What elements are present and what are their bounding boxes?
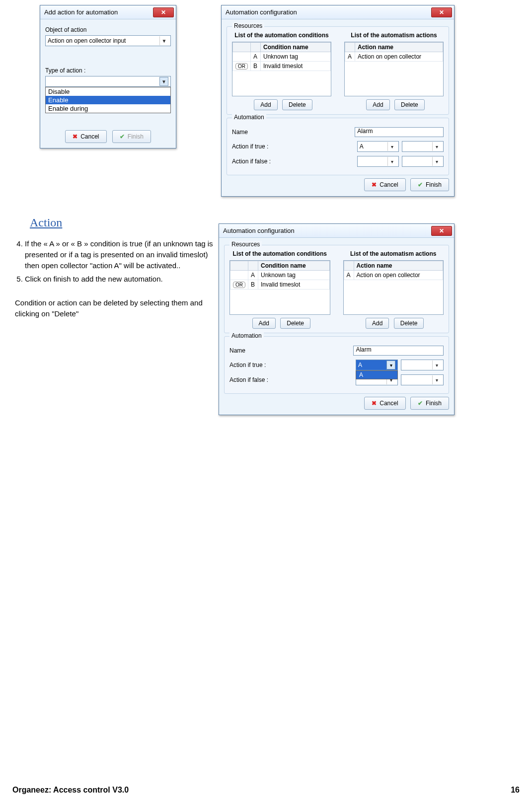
resources-legend: Resources (232, 22, 264, 29)
conditions-column: List of the automation conditions Condit… (232, 32, 331, 110)
automation-legend: Automation (232, 114, 266, 121)
table-row: ORBInvalid timeslot (233, 62, 331, 71)
titlebar: Automation configuration ✕ (222, 5, 454, 19)
window-title: Automation configuration (226, 8, 297, 16)
check-icon: ✔ (418, 400, 423, 407)
conditions-header: List of the automation conditions (232, 32, 331, 39)
table-row: AUnknown tag (233, 52, 331, 62)
cancel-button[interactable]: ✖Cancel (364, 397, 405, 410)
titlebar: Add action for automation ✕ (40, 5, 176, 19)
chevron-down-icon: ▾ (432, 361, 441, 369)
titlebar: Automation configuration ✕ (219, 224, 454, 238)
true-action-combo[interactable]: A▾ (357, 141, 399, 152)
page-number: 16 (511, 786, 520, 795)
true-action-dropdown[interactable]: A (356, 370, 398, 379)
object-combo[interactable]: Action on open collector input ▼ (45, 35, 171, 46)
chevron-down-icon: ▾ (432, 142, 441, 151)
dialog-add-action: Add action for automation ✕ Object of ac… (40, 5, 176, 148)
chevron-down-icon: ▼ (159, 36, 168, 45)
dialog-automation-config-1: Automation configuration ✕ Resources Lis… (221, 5, 455, 197)
add-action-button[interactable]: Add (366, 318, 389, 329)
add-action-button[interactable]: Add (366, 99, 389, 110)
finish-button[interactable]: ✔Finish (112, 130, 151, 143)
step-5: Click on finish to add the new automatio… (25, 274, 214, 285)
type-label: Type of action : (45, 67, 171, 74)
table-row: AUnknown tag (230, 271, 330, 280)
object-label: Object of action (45, 26, 171, 33)
actions-table[interactable]: Action name AAction on open collector (344, 42, 444, 96)
type-option-list[interactable]: Disable Enable Enable during (45, 87, 171, 113)
resources-legend: Resources (229, 241, 262, 248)
footer-left: Organeez: Access control V3.0 (12, 786, 129, 795)
false-action-combo-2[interactable]: ▾ (402, 156, 444, 167)
delete-condition-button[interactable]: Delete (280, 318, 310, 329)
chevron-down-icon: ▾ (387, 142, 396, 151)
or-pill: OR (235, 63, 248, 70)
dialog-automation-config-2: Automation configuration ✕ Resources Lis… (219, 223, 455, 415)
window-title: Automation configuration (223, 227, 295, 234)
false-action-combo[interactable]: ▾ (357, 156, 399, 167)
close-icon[interactable]: ✕ (431, 226, 452, 236)
x-icon: ✖ (372, 181, 377, 188)
true-action-combo-2[interactable]: ▾ (402, 141, 444, 152)
actions-table[interactable]: Action name AAction on open collector (343, 260, 444, 315)
chevron-down-icon: ▾ (432, 157, 441, 166)
table-row: AAction on open collector (344, 271, 443, 280)
true-action-combo-2[interactable]: ▾ (401, 360, 444, 370)
close-icon[interactable]: ✕ (431, 7, 452, 17)
true-label: Action if true : (232, 143, 287, 150)
conditions-table[interactable]: Condition name AUnknown tag ORBInvalid t… (232, 42, 331, 96)
true-action-combo-open[interactable]: A ▾ (356, 360, 398, 370)
option-enable[interactable]: Enable (46, 96, 170, 104)
resources-group: Resources List of the automation conditi… (227, 26, 449, 115)
actions-column: List of the automatism actions Action na… (344, 32, 444, 110)
option-enable-during[interactable]: Enable during (46, 104, 170, 113)
step-4: If the « A » or « B » condition is true … (25, 238, 214, 271)
table-row: ORBInvalid timeslot (230, 280, 330, 290)
actions-header: List of the automatism actions (343, 250, 444, 257)
add-condition-button[interactable]: Add (252, 318, 276, 329)
conditions-header: List of the automation conditions (229, 250, 330, 257)
finish-button[interactable]: ✔Finish (410, 178, 449, 191)
x-icon: ✖ (73, 133, 77, 140)
conditions-table[interactable]: Condition name AUnknown tag ORBInvalid t… (229, 260, 330, 315)
name-input[interactable]: Alarm (355, 127, 444, 137)
cancel-button[interactable]: ✖Cancel (364, 178, 405, 191)
false-action-combo-2[interactable]: ▾ (401, 374, 444, 385)
act-col-header: Action name (355, 43, 443, 52)
cancel-button[interactable]: ✖Cancel (65, 130, 106, 143)
finish-button[interactable]: ✔Finish (410, 397, 449, 410)
delete-condition-button[interactable]: Delete (282, 99, 312, 110)
false-label: Action if false : (232, 158, 287, 165)
name-input[interactable]: Alarm (353, 346, 444, 356)
automation-group: Automation Name Alarm Action if true : A… (227, 118, 449, 175)
cond-col-header: Condition name (261, 43, 331, 52)
name-label: Name (232, 129, 287, 136)
type-combo[interactable]: ▼ (45, 76, 171, 87)
chevron-down-icon: ▼ (159, 77, 168, 86)
close-icon[interactable]: ✕ (153, 7, 174, 17)
delete-note: Condition or action can be deleted by se… (15, 297, 214, 319)
object-value: Action on open collector input (48, 37, 159, 44)
check-icon: ✔ (120, 133, 125, 140)
actions-header: List of the automatism actions (344, 32, 444, 39)
section-heading: Action (30, 216, 216, 229)
automation-group: Automation Name Alarm Action if true : A… (224, 336, 449, 394)
chevron-down-icon: ▾ (432, 375, 441, 384)
delete-action-button[interactable]: Delete (394, 99, 425, 110)
window-title: Add action for automation (44, 8, 118, 16)
delete-action-button[interactable]: Delete (394, 318, 424, 329)
table-row: AAction on open collector (345, 52, 443, 62)
resources-group: Resources List of the automation conditi… (224, 245, 449, 333)
check-icon: ✔ (418, 181, 423, 188)
chevron-down-icon: ▾ (387, 157, 396, 166)
option-disable[interactable]: Disable (46, 87, 170, 96)
chevron-down-icon: ▾ (386, 361, 395, 369)
add-condition-button[interactable]: Add (254, 99, 277, 110)
dropdown-option-a[interactable]: A (356, 371, 398, 379)
x-icon: ✖ (372, 400, 377, 407)
